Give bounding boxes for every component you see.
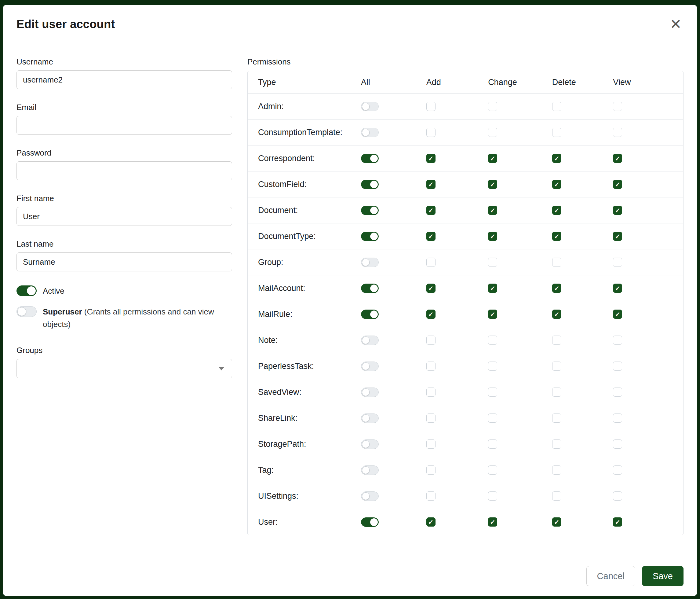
permission-delete-checkbox[interactable] [552,362,561,371]
permission-view-checkbox[interactable]: ✓ [613,518,622,527]
save-button[interactable]: Save [642,566,683,586]
permission-view-checkbox[interactable]: ✓ [613,154,622,163]
permission-all-toggle[interactable] [361,387,379,397]
permission-add-checkbox[interactable]: ✓ [426,180,435,189]
permission-all-toggle[interactable] [361,518,379,527]
permission-view-checkbox[interactable]: ✓ [613,232,622,241]
permission-all-toggle[interactable] [361,310,379,319]
permission-delete-checkbox[interactable] [552,439,561,449]
permission-all-toggle[interactable] [361,180,379,189]
permission-all-toggle[interactable] [361,413,379,423]
permission-all-toggle[interactable] [361,465,379,475]
permission-view-checkbox[interactable] [613,128,622,137]
permission-all-toggle[interactable] [361,232,379,241]
permission-delete-checkbox[interactable] [552,413,561,423]
permission-add-checkbox[interactable] [426,258,435,267]
permission-add-checkbox[interactable] [426,413,435,423]
permission-delete-checkbox[interactable]: ✓ [552,518,561,527]
permission-change-checkbox[interactable] [488,387,497,397]
permission-add-checkbox[interactable]: ✓ [426,518,435,527]
permission-delete-checkbox[interactable]: ✓ [552,180,561,189]
permission-add-checkbox[interactable] [426,465,435,475]
permission-view-checkbox[interactable] [613,492,622,501]
permission-delete-checkbox[interactable] [552,387,561,397]
permission-delete-checkbox[interactable] [552,258,561,267]
permission-change-checkbox[interactable]: ✓ [488,310,497,319]
permission-all-toggle[interactable] [361,102,379,111]
superuser-toggle[interactable] [17,306,36,317]
permission-type-label: SavedView: [248,387,361,397]
permission-view-checkbox[interactable]: ✓ [613,310,622,319]
permission-view-checkbox[interactable]: ✓ [613,206,622,215]
permission-change-checkbox[interactable] [488,465,497,475]
permission-all-toggle[interactable] [361,362,379,371]
permission-delete-checkbox[interactable]: ✓ [552,284,561,293]
permission-delete-checkbox[interactable] [552,102,561,111]
permission-add-checkbox[interactable]: ✓ [426,206,435,215]
permission-change-checkbox[interactable]: ✓ [488,154,497,163]
permission-add-checkbox[interactable]: ✓ [426,232,435,241]
permission-view-checkbox[interactable] [613,439,622,449]
permission-change-checkbox[interactable]: ✓ [488,284,497,293]
permission-view-checkbox[interactable] [613,387,622,397]
permission-delete-checkbox[interactable] [552,128,561,137]
cancel-button[interactable]: Cancel [586,566,635,586]
permission-add-checkbox[interactable]: ✓ [426,310,435,319]
permission-all-toggle[interactable] [361,439,379,449]
permission-delete-checkbox[interactable] [552,465,561,475]
permission-all-toggle[interactable] [361,284,379,293]
permission-change-checkbox[interactable] [488,336,497,345]
permission-change-checkbox[interactable] [488,413,497,423]
permission-change-checkbox[interactable] [488,102,497,111]
permission-delete-checkbox[interactable]: ✓ [552,206,561,215]
permission-change-checkbox[interactable] [488,439,497,449]
last-name-input[interactable] [17,253,232,271]
permission-add-checkbox[interactable]: ✓ [426,284,435,293]
permission-add-checkbox[interactable]: ✓ [426,154,435,163]
permission-add-checkbox[interactable] [426,336,435,345]
first-name-input[interactable] [17,207,232,226]
permission-view-checkbox[interactable] [613,258,622,267]
permission-add-checkbox[interactable] [426,387,435,397]
permission-add-checkbox[interactable] [426,439,435,449]
permission-change-checkbox[interactable]: ✓ [488,206,497,215]
permission-view-checkbox[interactable] [613,336,622,345]
password-field-group: Password [17,148,232,180]
permission-all-toggle[interactable] [361,258,379,267]
permission-change-checkbox[interactable] [488,362,497,371]
permission-type-label: PaperlessTask: [248,362,361,371]
active-toggle[interactable] [17,285,36,296]
permission-change-checkbox[interactable]: ✓ [488,180,497,189]
permission-delete-checkbox[interactable] [552,336,561,345]
permission-change-checkbox[interactable] [488,258,497,267]
permission-all-toggle[interactable] [361,336,379,345]
permission-view-checkbox[interactable]: ✓ [613,180,622,189]
groups-select[interactable] [17,359,232,378]
permission-add-checkbox[interactable] [426,362,435,371]
permission-all-toggle[interactable] [361,492,379,501]
permission-view-checkbox[interactable] [613,465,622,475]
permission-all-toggle[interactable] [361,206,379,215]
permission-change-checkbox[interactable]: ✓ [488,232,497,241]
permission-delete-checkbox[interactable]: ✓ [552,154,561,163]
permission-add-checkbox[interactable] [426,128,435,137]
permission-change-checkbox[interactable] [488,128,497,137]
permission-view-checkbox[interactable]: ✓ [613,284,622,293]
permission-delete-checkbox[interactable]: ✓ [552,310,561,319]
permission-delete-checkbox[interactable]: ✓ [552,232,561,241]
close-icon[interactable]: ✕ [668,17,683,31]
permission-add-checkbox[interactable] [426,492,435,501]
permission-view-checkbox[interactable] [613,362,622,371]
permission-all-toggle[interactable] [361,128,379,137]
permission-change-checkbox[interactable]: ✓ [488,518,497,527]
permission-all-toggle[interactable] [361,154,379,163]
email-input[interactable] [17,116,232,135]
permission-view-checkbox[interactable] [613,102,622,111]
permission-change-checkbox[interactable] [488,492,497,501]
permission-type-label: Group: [248,258,361,267]
username-input[interactable] [17,70,232,89]
permission-add-checkbox[interactable] [426,102,435,111]
password-input[interactable] [17,161,232,180]
permission-delete-checkbox[interactable] [552,492,561,501]
permission-view-checkbox[interactable] [613,413,622,423]
